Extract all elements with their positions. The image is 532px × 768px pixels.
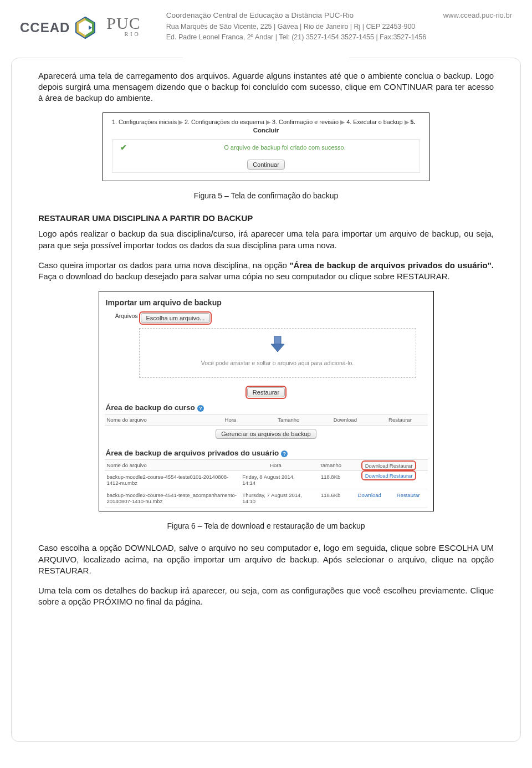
check-icon: ✔ (120, 143, 127, 152)
th-tamanho: Tamanho (259, 414, 318, 426)
th-download-text: Download (365, 463, 388, 469)
step-5-num: 5. (411, 119, 416, 125)
address-line-1: Rua Marquês de São Vicente, 225 | Gávea … (166, 22, 512, 32)
p3-bold: "Área de backup de arquivos privados do … (289, 260, 494, 270)
cell-hora: Friday, 8 August 2014, 14:14 (240, 471, 311, 489)
step-5-label: Concluir (112, 127, 420, 134)
download-link[interactable]: Download (350, 489, 389, 508)
svg-marker-0 (89, 25, 92, 30)
th-restaurar-text: Restaurar (390, 463, 413, 469)
svg-marker-2 (271, 344, 284, 352)
paragraph-restore-1: Logo após realizar o backup da sua disci… (38, 228, 494, 251)
cell-tamanho: 118.8Kb (311, 471, 350, 489)
content-frame: Aparecerá uma tela de carregamento dos a… (11, 58, 521, 742)
area-curso-heading-text: Área de backup do curso (106, 403, 195, 412)
arrow-icon: ▶ (266, 119, 270, 125)
paragraph-restore-2: Caso queira importar os dados para uma n… (38, 260, 494, 283)
step-4: 4. Executar o backup (346, 119, 402, 125)
import-heading: Importar um arquivo de backup (106, 298, 428, 307)
table-row: backup-moodle2-course-4554-teste0101-201… (105, 471, 428, 489)
th-hora: Hora (240, 460, 311, 471)
cell-nome: backup-moodle2-course-4541-teste_acompan… (105, 489, 241, 508)
choose-file-button[interactable]: Escolha um arquivo... (141, 313, 211, 323)
success-msg: O arquivo de backup foi criado com suces… (158, 144, 412, 151)
paragraph-intro: Aparecerá uma tela de carregamento dos a… (38, 70, 494, 104)
user-backup-table: Nome do arquivo Hora Tamanho Download Re… (105, 459, 428, 508)
th-hora: Hora (201, 414, 259, 426)
drop-msg: Você pode arrastar e soltar o arquivo aq… (144, 360, 411, 366)
arrow-icon: ▶ (178, 119, 183, 125)
figure-6-caption: Figura 6 – Tela de download e restauraçã… (38, 521, 494, 530)
th-nome: Nome do arquivo (105, 414, 202, 426)
area-user-heading: Área de backup de arquivos privados do u… (106, 449, 428, 457)
figure-5-caption: Figura 5 – Tela de confirmação do backup (38, 191, 494, 200)
restaurar-link[interactable]: Restaurar (390, 473, 413, 479)
highlight-escolha: Escolha um arquivo... (139, 311, 212, 325)
logo-puc: PUC RIO (106, 10, 140, 37)
letterhead: CCEAD PUC RIO Coordenação Central de Edu… (0, 0, 532, 48)
highlight-download-restaurar: Download Restaurar (361, 460, 416, 470)
area-curso-heading: Área de backup do curso? (106, 403, 428, 412)
manage-backups-button[interactable]: Gerenciar os arquivos de backup (216, 429, 316, 439)
table-row: backup-moodle2-course-4541-teste_acompan… (105, 489, 428, 508)
cell-tamanho: 118.6Kb (311, 489, 350, 508)
p3-part-a: Caso queira importar os dados para uma n… (38, 260, 289, 270)
logo-ccead-text: CCEAD (20, 20, 70, 35)
restaurar-link[interactable]: Restaurar (389, 489, 428, 508)
step-1: 1. Configurações iniciais (112, 119, 177, 125)
th-tamanho: Tamanho (311, 460, 350, 471)
address-line-2: Ed. Padre Leonel Franca, 2º Andar | Tel:… (166, 32, 512, 43)
svg-rect-1 (274, 336, 281, 344)
paragraph-next: Uma tela com os detalhes do backup irá a… (38, 585, 494, 608)
th-nome: Nome do arquivo (105, 460, 241, 471)
th-dl-restore: Download Restaurar (350, 460, 428, 471)
arquivos-label: Arquivos (105, 311, 138, 319)
cell-hora: Thursday, 7 August 2014, 14:10 (240, 489, 311, 508)
th-restaurar: Restaurar (372, 414, 427, 426)
download-link[interactable]: Download (365, 473, 388, 479)
figure-5-backup-confirm: 1. Configurações iniciais ▶ 2. Configura… (103, 112, 429, 181)
heading-restore: RESTAURAR UMA DISCIPLINA A PARTIR DO BAC… (38, 213, 494, 223)
drop-area[interactable]: Você pode arrastar e soltar o arquivo aq… (139, 328, 416, 378)
area-user-heading-text: Área de backup de arquivos privados do u… (106, 449, 279, 457)
letterhead-text: Coordenação Central de Educação a Distân… (150, 10, 512, 43)
cell-nome: backup-moodle2-course-4554-teste0101-201… (105, 471, 241, 489)
wizard-steps: 1. Configurações iniciais ▶ 2. Configura… (112, 119, 420, 126)
highlight-restaurar: Restaurar (245, 386, 287, 399)
logo-ccead-icon (73, 16, 98, 40)
org-url: www.ccead.puc-rio.br (443, 10, 512, 22)
highlight-row-links: Download Restaurar (361, 470, 416, 480)
step-3: 3. Confirmação e revisão (272, 119, 339, 125)
paragraph-download: Caso escolha a opção DOWNLOAD, salve o a… (38, 542, 494, 576)
help-icon[interactable]: ? (197, 405, 204, 412)
success-row: ✔ O arquivo de backup foi criado com suc… (112, 139, 420, 155)
help-icon[interactable]: ? (281, 450, 288, 457)
th-download: Download (318, 414, 372, 426)
download-arrow-icon (144, 335, 411, 355)
org-title: Coordenação Central de Educação a Distân… (166, 10, 354, 22)
restaurar-button[interactable]: Restaurar (247, 387, 285, 397)
figure-6-restore-screen: Importar um arquivo de backup Arquivos E… (99, 291, 434, 511)
logo-puc-text: PUC (106, 16, 140, 30)
logo-puc-sub: RIO (106, 32, 140, 37)
step-2: 2. Configurações do esquema (185, 119, 264, 125)
logo-ccead: CCEAD (20, 10, 98, 40)
curso-table: Nome do arquivo Hora Tamanho Download Re… (105, 414, 428, 426)
arrow-icon: ▶ (340, 119, 345, 125)
continue-button[interactable]: Continuar (247, 160, 285, 170)
p3-part-c: Faça o download do backup desejado para … (38, 272, 450, 281)
arrow-icon: ▶ (405, 119, 409, 125)
